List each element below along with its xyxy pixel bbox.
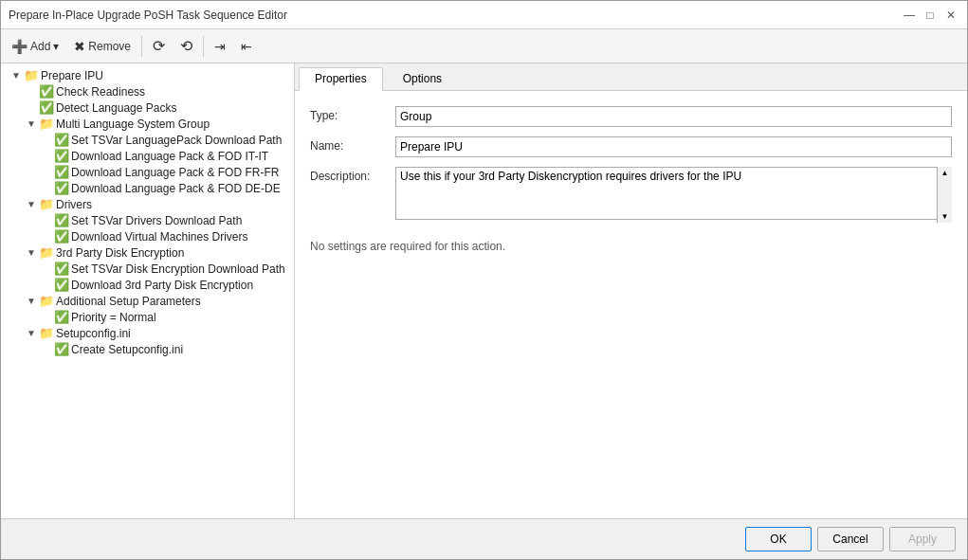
- expand-drivers-icon[interactable]: ▼: [24, 199, 39, 209]
- check-icon-6: ✅: [54, 181, 69, 195]
- folder-icon-setupconfig: 📁: [39, 326, 54, 340]
- check-icon-7: ✅: [54, 213, 69, 227]
- label-check-readiness: Check Readiness: [56, 85, 145, 99]
- spacer-8: [39, 231, 54, 242]
- add-button[interactable]: ➕ Add ▾: [5, 35, 65, 58]
- bottom-bar: OK Cancel Apply: [1, 518, 967, 559]
- tree-item-lang-fod-fr[interactable]: ✅ Download Language Pack & FOD FR-FR: [1, 164, 294, 180]
- indent-button[interactable]: ⇥: [208, 35, 232, 58]
- tabs: Properties Options: [295, 63, 967, 91]
- tree-panel: ▼ 📁 Prepare IPU ✅ Check Readiness ✅ Dete…: [1, 63, 295, 518]
- no-settings-text: No settings are required for this action…: [310, 232, 952, 261]
- add-dropdown-icon: ▾: [53, 40, 59, 53]
- tree-item-create-setupconfig[interactable]: ✅ Create Setupconfig.ini: [1, 341, 294, 357]
- remove-icon: ✖: [74, 39, 85, 54]
- description-textarea[interactable]: [395, 167, 952, 220]
- close-button[interactable]: ✕: [942, 7, 959, 24]
- tree-item-multi-lang-group[interactable]: ▼ 📁 Multi Language System Group: [1, 116, 294, 132]
- tree-item-tsvar-drivers[interactable]: ✅ Set TSVar Drivers Download Path: [1, 212, 294, 228]
- spacer-4: [39, 151, 54, 161]
- tree-item-lang-fod-it[interactable]: ✅ Download Language Pack & FOD IT-IT: [1, 148, 294, 164]
- title-controls: — □ ✕: [901, 7, 959, 24]
- expand-addl-setup-icon[interactable]: ▼: [24, 296, 39, 306]
- name-row: Name:: [310, 136, 952, 157]
- label-tsvar-drivers: Set TSVar Drivers Download Path: [71, 214, 242, 227]
- toolbar: ➕ Add ▾ ✖ Remove ⟳ ⟲ ⇥ ⇤: [1, 29, 967, 63]
- outdent-icon: ⇤: [241, 39, 252, 54]
- description-scrollbar[interactable]: ▲ ▼: [937, 167, 952, 223]
- type-input[interactable]: [395, 106, 952, 127]
- tree-item-check-readiness[interactable]: ✅ Check Readiness: [1, 83, 294, 99]
- scroll-up-icon[interactable]: ▲: [941, 169, 949, 177]
- tree-item-download-diskenc[interactable]: ✅ Download 3rd Party Disk Encryption: [1, 277, 294, 293]
- label-priority: Priority = Normal: [71, 311, 156, 324]
- tree-root-item[interactable]: ▼ 📁 Prepare IPU: [1, 67, 294, 83]
- label-vms-drivers: Download Virtual Machines Drivers: [71, 230, 248, 244]
- description-row: Description: ▲ ▼: [310, 167, 952, 223]
- expand-multi-lang-icon[interactable]: ▼: [24, 118, 39, 129]
- name-input[interactable]: [395, 136, 952, 157]
- tree-item-priority[interactable]: ✅ Priority = Normal: [1, 309, 294, 325]
- expand-3rdparty-icon[interactable]: ▼: [24, 247, 39, 258]
- move-down-icon: ⟲: [180, 37, 192, 55]
- scroll-down-icon[interactable]: ▼: [941, 212, 949, 221]
- tab-properties[interactable]: Properties: [299, 67, 383, 91]
- label-setupconfig: Setupconfig.ini: [56, 327, 131, 340]
- description-field: ▲ ▼: [395, 167, 952, 223]
- tree-item-tsvar-langpack[interactable]: ✅ Set TSVar LanguagePack Download Path: [1, 132, 294, 148]
- indent-icon: ⇥: [214, 39, 226, 54]
- check-icon-4: ✅: [54, 149, 69, 163]
- spacer-2: [24, 102, 39, 113]
- spacer-7: [39, 215, 54, 226]
- check-icon-5: ✅: [54, 165, 69, 179]
- tree-item-detect-lang[interactable]: ✅ Detect Language Packs: [1, 99, 294, 116]
- cancel-button[interactable]: Cancel: [817, 527, 884, 551]
- type-label: Type:: [310, 106, 395, 122]
- spacer-10: [39, 280, 54, 290]
- folder-icon-drivers: 📁: [39, 197, 54, 211]
- move-up-button[interactable]: ⟳: [146, 33, 172, 59]
- check-icon-10: ✅: [54, 278, 69, 292]
- spacer-1: [24, 86, 39, 97]
- spacer-9: [39, 263, 54, 274]
- title-bar: Prepare In-Place Upgrade PoSH Task Seque…: [1, 1, 967, 29]
- label-download-diskenc: Download 3rd Party Disk Encryption: [71, 279, 253, 292]
- tree-item-lang-fod-de[interactable]: ✅ Download Language Pack & FOD DE-DE: [1, 180, 294, 196]
- apply-button[interactable]: Apply: [889, 527, 956, 551]
- type-field: [395, 106, 952, 127]
- tree-item-tsvar-diskenc[interactable]: ✅ Set TSVar Disk Encryption Download Pat…: [1, 261, 294, 277]
- check-icon-1: ✅: [39, 84, 54, 99]
- tree-root-label: Prepare IPU: [41, 69, 103, 82]
- tree-item-drivers-group[interactable]: ▼ 📁 Drivers: [1, 196, 294, 212]
- folder-icon-multi-lang: 📁: [39, 117, 54, 131]
- tree-item-3rdparty-group[interactable]: ▼ 📁 3rd Party Disk Encryption: [1, 244, 294, 261]
- expand-root-icon[interactable]: ▼: [9, 70, 24, 81]
- label-drivers: Drivers: [56, 198, 92, 211]
- tree-item-vms-drivers[interactable]: ✅ Download Virtual Machines Drivers: [1, 228, 294, 244]
- spacer-3: [39, 135, 54, 145]
- maximize-button[interactable]: □: [922, 7, 939, 24]
- ok-button[interactable]: OK: [745, 527, 812, 551]
- folder-icon-addl-setup: 📁: [39, 294, 54, 308]
- name-label: Name:: [310, 136, 395, 153]
- main-window: Prepare In-Place Upgrade PoSH Task Seque…: [0, 0, 968, 560]
- separator-1: [141, 36, 142, 57]
- description-label: Description:: [310, 167, 395, 183]
- add-label: Add: [30, 40, 50, 53]
- expand-setupconfig-icon[interactable]: ▼: [24, 328, 39, 338]
- minimize-button[interactable]: —: [901, 7, 918, 24]
- label-lang-fod-it: Download Language Pack & FOD IT-IT: [71, 150, 268, 163]
- tree-item-addl-setup-group[interactable]: ▼ 📁 Additional Setup Parameters: [1, 293, 294, 309]
- label-multi-lang: Multi Language System Group: [56, 117, 210, 131]
- window-title: Prepare In-Place Upgrade PoSH Task Seque…: [9, 9, 287, 22]
- move-down-button[interactable]: ⟲: [174, 33, 199, 59]
- tree-item-setupconfig-group[interactable]: ▼ 📁 Setupconfig.ini: [1, 325, 294, 341]
- tab-options[interactable]: Options: [387, 67, 458, 90]
- add-icon: ➕: [11, 39, 27, 54]
- move-up-icon: ⟳: [153, 37, 165, 55]
- outdent-button[interactable]: ⇤: [234, 35, 259, 58]
- right-panel: Properties Options Type: Name:: [295, 63, 967, 518]
- spacer-12: [39, 344, 54, 354]
- remove-button[interactable]: ✖ Remove: [67, 35, 137, 58]
- check-icon-12: ✅: [54, 342, 69, 356]
